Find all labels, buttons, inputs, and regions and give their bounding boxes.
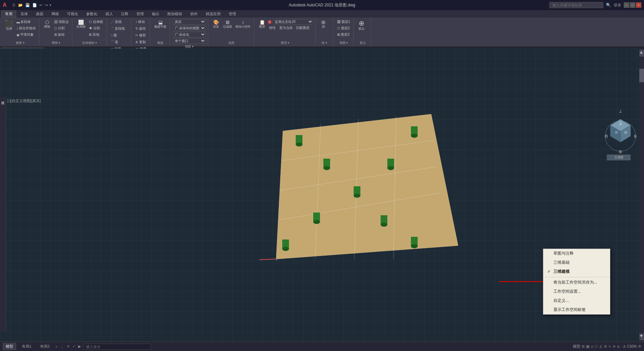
- close-button[interactable]: ✕: [636, 2, 641, 8]
- layout1-tab[interactable]: 布局1: [19, 343, 34, 350]
- undo-icon[interactable]: ↩: [39, 2, 43, 8]
- basepoint-btn[interactable]: ⊕ 基点: [356, 19, 366, 32]
- move-btn[interactable]: ↕ 移动: [134, 19, 148, 25]
- search-input[interactable]: [549, 2, 603, 8]
- rotate-btn[interactable]: ↻ 旋转: [134, 26, 148, 32]
- tab-collab[interactable]: 协作: [187, 10, 201, 18]
- tab-addins[interactable]: 附加模块: [164, 10, 186, 18]
- ortho-icon[interactable]: ≡: [591, 345, 593, 349]
- annotation-icon[interactable]: A: [623, 345, 625, 349]
- properties-btn[interactable]: 特性: [268, 25, 277, 31]
- solidedit-t1[interactable]: ⬡ 拉伸面: [88, 19, 104, 25]
- left-tool-1[interactable]: 图层特性管理器: [0, 98, 6, 100]
- solidedit-t2[interactable]: ◈ 分割: [88, 25, 104, 31]
- minimize-button[interactable]: ─: [624, 2, 629, 8]
- mesh-btn1[interactable]: ⬡ 网格: [42, 19, 52, 30]
- mesh-tool2[interactable]: ◻ 分割: [53, 25, 70, 31]
- login-label[interactable]: 登录: [614, 3, 621, 8]
- open-icon[interactable]: 📂: [18, 2, 24, 8]
- viewport-count-select[interactable]: 单个视口: [173, 38, 206, 44]
- tab-manage[interactable]: 管理: [133, 10, 148, 18]
- trim-btn[interactable]: ✂ 修剪: [134, 32, 148, 38]
- tab-insert[interactable]: 插入: [102, 10, 117, 18]
- scrollbar-up[interactable]: ▲: [639, 50, 644, 57]
- cancel-icon[interactable]: ✕: [67, 344, 70, 349]
- visual-style-select[interactable]: 真实 线框 概念: [173, 19, 206, 25]
- lineweight-icon[interactable]: ≋: [613, 344, 616, 349]
- filter-btn[interactable]: ⊠ 过滤器: [222, 19, 233, 30]
- setcurrent-btn[interactable]: 置为当前: [278, 25, 294, 31]
- search-icon[interactable]: 🔍: [606, 3, 611, 7]
- transparency-icon[interactable]: A: [617, 345, 619, 349]
- extrude-button[interactable]: ⬛ 拉伸: [3, 19, 14, 32]
- render-btn[interactable]: 🎨 渲染: [211, 19, 221, 30]
- arc-btn[interactable]: ⌒ 弧: [109, 39, 129, 45]
- saveas-icon[interactable]: 📄: [32, 2, 38, 8]
- tab-annotate[interactable]: 注释: [117, 10, 132, 18]
- tab-manage2[interactable]: 管理: [225, 10, 240, 18]
- selection-icon[interactable]: ·: [621, 345, 622, 349]
- dropdown-icon[interactable]: ▾: [50, 3, 52, 7]
- multisolid-button[interactable]: ▬ 多段体: [15, 19, 37, 25]
- ctx-item-savespace[interactable]: 将当前工作空间另存为...: [543, 278, 610, 287]
- view2-t1[interactable]: 🖼 图层1: [336, 19, 351, 25]
- layout2-tab[interactable]: 布局2: [37, 343, 53, 350]
- ctx-item-sketch[interactable]: 草图与注释: [543, 249, 610, 258]
- scrollbar-thumb[interactable]: [639, 69, 644, 82]
- tab-solid[interactable]: 实体: [17, 10, 32, 18]
- new-icon[interactable]: 🗋: [11, 2, 17, 8]
- ctx-item-3dbasic[interactable]: 三维基础: [543, 258, 610, 267]
- polyline-btn[interactable]: ⌒ 多段线: [109, 26, 129, 32]
- solidedit-btn1[interactable]: ⬜ 拉伸面: [75, 19, 87, 30]
- presshold-button[interactable]: ↕ 按住并拖动: [15, 25, 37, 31]
- confirm-icon[interactable]: ✓: [72, 344, 75, 349]
- model-tab[interactable]: 模型: [3, 343, 16, 350]
- snap-icon[interactable]: ▦: [586, 344, 589, 349]
- group-btn[interactable]: ⊞ 组: [318, 19, 328, 30]
- circle-btn[interactable]: ○ 圆: [109, 32, 129, 38]
- workspace-icon[interactable]: CSDN: [627, 345, 637, 348]
- line-btn[interactable]: ╱ 直线: [109, 19, 129, 25]
- scrollbar-down[interactable]: ▼: [639, 333, 644, 340]
- mesh-tool1[interactable]: ▦ 埴取边: [53, 19, 70, 25]
- copy-btn[interactable]: ⊕ 复制: [134, 39, 148, 45]
- tab-express[interactable]: 精选应用: [202, 10, 224, 18]
- polar-icon[interactable]: ⬡: [594, 344, 598, 349]
- layer-btn[interactable]: 📋 图层: [257, 19, 267, 30]
- matchlayer-btn[interactable]: 匹配图层: [295, 25, 311, 31]
- ctx-item-spacesettings[interactable]: 工作空间设置...: [543, 287, 610, 296]
- ctx-item-showlabel[interactable]: 显示工作空间标签: [543, 305, 610, 314]
- tab-mesh[interactable]: 网格: [48, 10, 63, 18]
- tab-params[interactable]: 参数化: [83, 10, 101, 18]
- right-scrollbar[interactable]: ▲ ▼: [639, 49, 644, 342]
- isnap-icon[interactable]: ∠: [599, 344, 603, 349]
- dynamic-icon[interactable]: ∿: [608, 344, 611, 349]
- ctx-item-3dmodel[interactable]: ✓ 三维建模: [543, 267, 610, 276]
- command-input[interactable]: [84, 344, 151, 350]
- view2-t2[interactable]: ⬡ 图层2: [336, 25, 351, 31]
- layer-dropdown[interactable]: 监测点支柱20: [273, 19, 313, 25]
- tab-surface[interactable]: 曲面: [32, 10, 47, 18]
- save-icon[interactable]: 💾: [25, 2, 31, 8]
- grid-toggle-icon[interactable]: ⊞: [582, 344, 585, 349]
- tab-output[interactable]: 输出: [148, 10, 163, 18]
- view-select[interactable]: 厂-未保存的视图: [173, 25, 206, 31]
- redo-icon[interactable]: ↪: [44, 2, 49, 8]
- ctx-item-customize[interactable]: 自定义...: [543, 296, 610, 305]
- gear-icon[interactable]: ⚙: [638, 344, 641, 349]
- name-select[interactable]: 厂-未命名: [173, 32, 206, 37]
- tab-common[interactable]: 常用: [1, 10, 16, 18]
- move-widget-btn[interactable]: ↕ 移动小控件: [234, 19, 252, 30]
- add-layout-button[interactable]: +: [55, 345, 57, 349]
- maximize-button[interactable]: □: [630, 2, 635, 8]
- mesh-tool3[interactable]: ⊞ 旋转: [53, 32, 70, 38]
- view2-t3[interactable]: ⊠ 图层3: [336, 32, 351, 38]
- tab-visualize[interactable]: 可视化: [63, 10, 82, 18]
- solidedit-t3[interactable]: ⊞ 其他: [88, 32, 104, 38]
- main-viewport[interactable]: [-][自定义视图][真实] 图层特性管理器: [0, 49, 644, 342]
- homeview-button[interactable]: 主视图: [607, 155, 631, 160]
- smooth-button[interactable]: ◉ 平滑对象: [15, 32, 37, 38]
- section-plane-btn[interactable]: ⬓ 截面平面: [153, 19, 168, 30]
- otrack-icon[interactable]: ⊕: [604, 344, 607, 349]
- model-icon[interactable]: 模型: [573, 344, 580, 349]
